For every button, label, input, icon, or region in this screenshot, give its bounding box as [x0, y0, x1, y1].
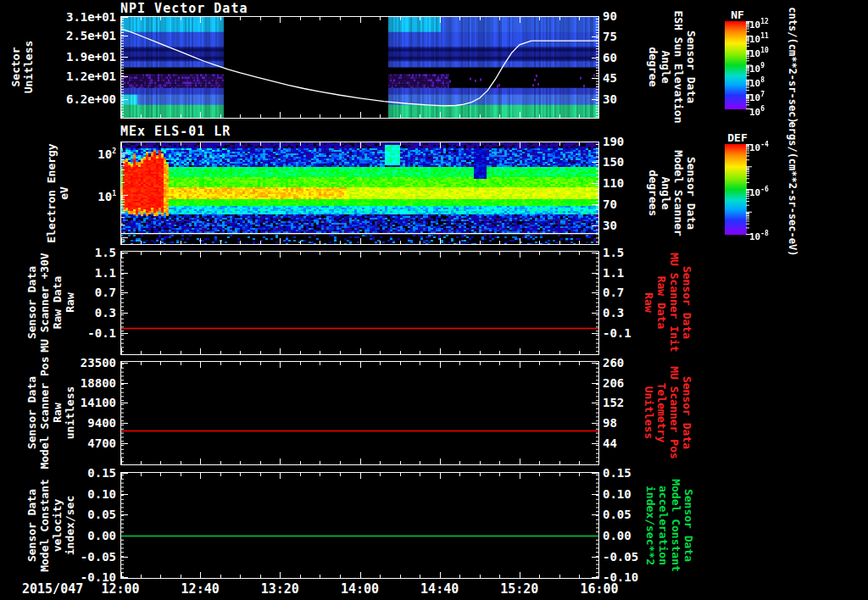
panel1-ytick-right: 45 [603, 72, 617, 84]
date-label: 2015/047 [22, 581, 83, 597]
panel5-ytick-right: 0.10 [603, 488, 632, 500]
panel1-ytick-left: 3.1e+01 [0, 11, 116, 23]
panel3-right-label: Sensor Data MU Scanner Init Raw Data Raw [643, 253, 693, 352]
els-spectrogram [120, 142, 599, 245]
panel5-ytick-left: 0.05 [0, 508, 116, 520]
panel2-right-label: Sensor Data Model Scanner Angle degrees [647, 150, 698, 236]
nf-colorbar-tick: 1011 [749, 31, 769, 44]
nf-colorbar-unit: cnts/(cm**2-sr-sec) [786, 7, 798, 123]
time-tick-label: 12:00 [86, 581, 154, 597]
def-colorbar-tick: 10-8 [749, 229, 769, 242]
panel5-ytick-left: 0.00 [0, 530, 116, 542]
panel1-ytick-left: 1.9e+01 [0, 51, 116, 63]
nf-colorbar-tick: 1012 [749, 17, 769, 30]
panel4-ytick-left: 18800 [0, 377, 116, 389]
npi-vector-spectrogram [120, 16, 599, 119]
panel1-title: NPI Vector Data [120, 1, 248, 16]
panel5-ytick-left: -0.05 [0, 551, 116, 563]
panel5-ytick-right: 0.05 [603, 508, 632, 520]
nf-colorbar-tick: 1010 [749, 46, 769, 58]
panel1-ytick-left: 1.2e+01 [0, 70, 116, 82]
panel3-ytick-left: 1.1 [0, 267, 116, 279]
nf-colorbar-tick: 106 [749, 104, 765, 117]
panel2-ytick-right: 70 [603, 198, 617, 210]
panel4-ytick-right: 152 [603, 397, 624, 408]
nf-colorbar-tick: 109 [749, 61, 765, 74]
panel1-ytick-right: 75 [603, 31, 617, 42]
panel2-ytick-right: 150 [603, 156, 624, 168]
panel2-ytick-right: 190 [603, 136, 624, 147]
panel4-ytick-left: 23500 [0, 357, 116, 369]
time-tick-label: 13:20 [246, 581, 314, 597]
panel4-ytick-right: 206 [603, 377, 624, 389]
panel4-right-label: Sensor Data MU Scanner Pos Telemetry Uni… [643, 366, 693, 459]
panel2-title: MEx ELS-01 LR [120, 124, 231, 139]
panel5-ytick-left: 0.15 [0, 467, 116, 479]
time-tick-label: 14:40 [406, 581, 474, 597]
panel3-ytick-right: -0.1 [603, 327, 632, 339]
def-colorbar-unit: ergs/(cm**2-sr-sec-eV) [786, 122, 798, 257]
panel1-ytick-left: 6.2e+00 [0, 93, 116, 105]
panel1-ytick-right: 90 [603, 10, 617, 22]
panel3-ytick-left: 0.7 [0, 286, 116, 298]
panel2-ytick-left: 102 [0, 147, 116, 159]
panel4-ytick-right: 260 [603, 357, 624, 369]
panel5-ytick-right: -0.05 [603, 551, 638, 563]
panel3-ytick-left: 1.5 [0, 247, 116, 258]
panel1-ylabel: Sector Unitless [9, 41, 35, 94]
panel2-ytick-left: 101 [0, 189, 116, 202]
model-constant-velocity-panel [120, 472, 599, 579]
time-tick-label: 14:00 [326, 581, 394, 597]
scanner-pos-panel [120, 361, 599, 465]
panel4-ytick-right: 44 [603, 437, 617, 449]
panel4-ytick-left: 4700 [0, 437, 116, 449]
panel5-right-label: Sensor Data Model Constant acceleration … [644, 479, 695, 572]
panel3-ytick-right: 1.5 [603, 247, 624, 258]
panel3-ytick-left: -0.1 [0, 327, 116, 339]
def-colorbar-tick: 10-6 [749, 185, 769, 197]
mu-scanner-30v-panel [120, 251, 599, 355]
nf-colorbar-tick: 108 [749, 75, 765, 88]
panel2-ytick-right: 110 [603, 177, 624, 189]
time-tick-label: 12:40 [166, 581, 234, 597]
panel1-ytick-right: 30 [603, 93, 617, 105]
panel5-ytick-left: 0.10 [0, 488, 116, 500]
time-tick-label: 16:00 [565, 581, 633, 597]
panel4-ytick-right: 98 [603, 417, 617, 429]
time-tick-label: 15:20 [486, 581, 554, 597]
plot-page: NPI Vector Data MEx ELS-01 LR NF DEF cnt… [0, 0, 868, 600]
panel5-ytick-right: 0.15 [603, 467, 632, 479]
panel4-ytick-left: 9400 [0, 417, 116, 429]
panel1-right-label: Sensor Data ESH Sun Elevation Angle degr… [647, 10, 698, 123]
panel3-ytick-right: 0.3 [603, 307, 624, 319]
panel2-ytick-right: 30 [603, 219, 617, 231]
panel3-ytick-left: 0.3 [0, 307, 116, 319]
panel1-ytick-right: 60 [603, 52, 617, 64]
panel5-ytick-right: 0.00 [603, 530, 632, 542]
panel4-ytick-left: 14100 [0, 397, 116, 408]
nf-colorbar-tick: 107 [749, 90, 765, 103]
def-colorbar-tick: 10-4 [749, 140, 769, 153]
panel3-ytick-right: 0.7 [603, 286, 624, 298]
panel1-ytick-left: 2.5e+01 [0, 30, 116, 42]
panel3-ytick-right: 1.1 [603, 267, 624, 279]
panel4-ylabel: Sensor Data Model Scanner Pos Raw unitle… [25, 356, 76, 469]
